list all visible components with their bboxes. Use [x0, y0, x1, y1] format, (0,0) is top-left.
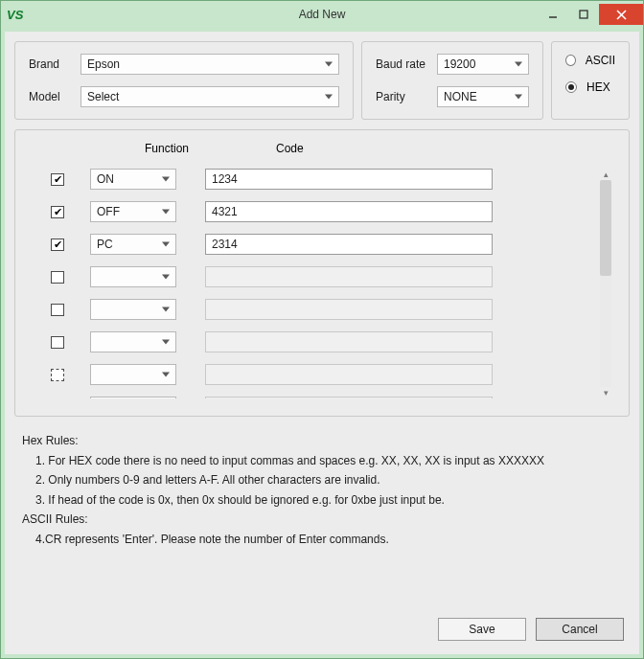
brand-label: Brand — [29, 57, 80, 71]
function-select[interactable] — [90, 331, 176, 352]
rules-text: Hex Rules: 1. For HEX code there is no n… — [14, 426, 630, 555]
serial-panel: Baud rate 19200 Parity NONE — [361, 41, 543, 120]
row-checkbox[interactable] — [51, 304, 64, 316]
model-select[interactable]: Select — [80, 86, 339, 107]
radio-icon — [565, 81, 577, 93]
footer-buttons: Save Cancel — [14, 610, 630, 643]
grid-rows: ON1234OFF4321PC2314 ▴ ▾ — [31, 169, 613, 398]
maximize-button[interactable] — [568, 4, 599, 25]
code-input[interactable]: 4321 — [205, 201, 493, 222]
function-select[interactable] — [90, 397, 176, 398]
table-row — [31, 397, 592, 398]
scroll-up-icon: ▴ — [598, 169, 613, 180]
scroll-down-icon: ▾ — [598, 387, 613, 398]
brand-value: Epson — [87, 57, 120, 71]
format-hex-label: HEX — [586, 80, 610, 94]
format-hex-option[interactable]: HEX — [565, 80, 615, 94]
function-value: ON — [97, 172, 114, 186]
code-input[interactable]: 1234 — [205, 169, 493, 190]
hex-rule-1: 1. For HEX code there is no need to inpu… — [22, 452, 622, 470]
function-select[interactable]: PC — [90, 234, 176, 255]
function-select[interactable] — [90, 266, 176, 287]
baud-value: 19200 — [444, 57, 475, 71]
device-panel: Brand Epson Model Select — [14, 41, 354, 120]
grid-scrollbar[interactable]: ▴ ▾ — [598, 169, 613, 398]
hex-rules-title: Hex Rules: — [22, 432, 622, 450]
top-panels-row: Brand Epson Model Select Baud rate 192 — [14, 41, 630, 120]
table-row — [31, 266, 592, 287]
code-input[interactable] — [205, 331, 493, 352]
table-row — [31, 364, 592, 385]
model-value: Select — [87, 90, 119, 103]
minimize-icon — [548, 10, 558, 19]
baud-select[interactable]: 19200 — [437, 54, 529, 75]
header-code: Code — [276, 142, 304, 155]
table-row: ON1234 — [31, 169, 592, 190]
row-checkbox[interactable] — [51, 369, 64, 381]
function-select[interactable] — [90, 364, 176, 385]
function-select[interactable]: OFF — [90, 201, 176, 222]
table-row: PC2314 — [31, 234, 592, 255]
hex-rule-3: 3. If head of the code is 0x, then 0x sh… — [22, 491, 622, 510]
svg-rect-1 — [580, 11, 587, 18]
row-checkbox[interactable] — [51, 271, 64, 284]
code-input[interactable]: 2314 — [205, 234, 493, 255]
baud-label: Baud rate — [376, 57, 437, 71]
brand-select[interactable]: Epson — [80, 54, 339, 75]
format-panel: ASCII HEX — [551, 41, 630, 120]
cancel-button[interactable]: Cancel — [536, 618, 624, 641]
close-button[interactable] — [599, 4, 643, 25]
function-value: PC — [97, 238, 113, 251]
code-input[interactable] — [205, 299, 493, 320]
format-ascii-label: ASCII — [586, 54, 615, 67]
radio-icon — [565, 55, 576, 66]
row-checkbox[interactable] — [51, 336, 64, 349]
row-checkbox[interactable] — [51, 173, 64, 186]
table-row: OFF4321 — [31, 201, 592, 222]
content-area: Brand Epson Model Select Baud rate 192 — [5, 32, 639, 654]
scroll-thumb[interactable] — [600, 180, 611, 276]
hex-rule-2: 2. Only numbers 0-9 and letters A-F. All… — [22, 471, 622, 489]
parity-value: NONE — [444, 90, 477, 103]
function-select[interactable] — [90, 299, 176, 320]
table-row — [31, 299, 592, 320]
parity-select[interactable]: NONE — [437, 86, 529, 107]
ascii-rules-title: ASCII Rules: — [22, 511, 622, 529]
titlebar: VS Add New — [1, 1, 643, 28]
row-checkbox[interactable] — [51, 239, 64, 251]
maximize-icon — [579, 10, 588, 19]
window-controls — [538, 4, 643, 25]
table-row — [31, 331, 592, 352]
grid-headers: Function Code — [31, 142, 613, 155]
save-button[interactable]: Save — [438, 618, 526, 641]
model-label: Model — [29, 90, 80, 103]
minimize-button[interactable] — [538, 4, 568, 25]
codes-grid-panel: Function Code ON1234OFF4321PC2314 ▴ ▾ — [14, 129, 630, 417]
window-root: VS Add New Brand Epson — [0, 0, 644, 659]
header-function: Function — [100, 142, 234, 155]
format-ascii-option[interactable]: ASCII — [565, 54, 615, 67]
code-input[interactable] — [205, 364, 493, 385]
close-icon — [616, 10, 627, 20]
code-input[interactable] — [205, 266, 493, 287]
row-checkbox[interactable] — [51, 206, 64, 218]
ascii-rule-4: 4.CR represents 'Enter'. Please note the… — [22, 531, 622, 549]
code-input[interactable] — [205, 397, 493, 398]
parity-label: Parity — [376, 90, 437, 103]
function-value: OFF — [97, 205, 120, 218]
function-select[interactable]: ON — [90, 169, 176, 190]
app-logo: VS — [7, 8, 23, 22]
